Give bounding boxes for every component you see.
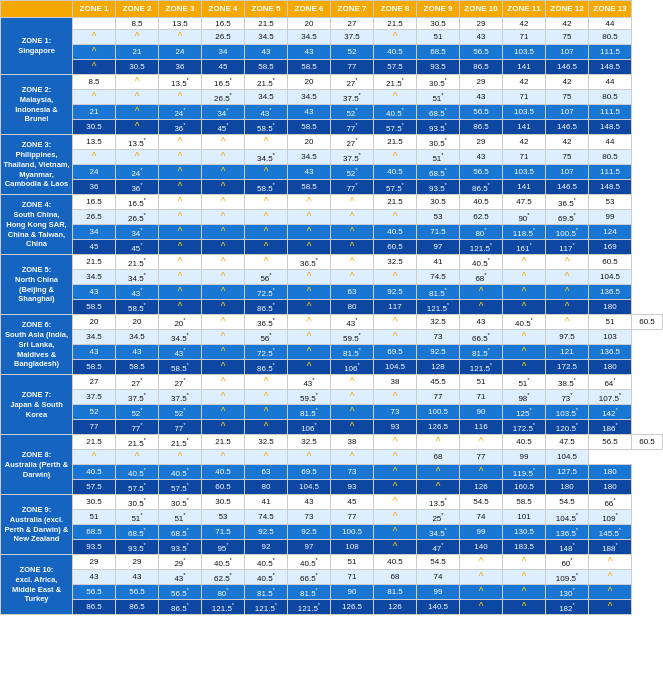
data-cell: ^ <box>374 540 417 555</box>
data-cell: 86.5 <box>460 60 503 75</box>
data-cell: ^ <box>202 315 245 330</box>
data-cell: 75 <box>546 90 589 105</box>
data-cell: 43* <box>331 315 374 330</box>
data-cell: 60.5 <box>374 240 417 255</box>
data-cell: 30.5* <box>159 495 202 510</box>
data-cell: ^ <box>159 270 202 285</box>
data-cell: ^ <box>245 255 288 270</box>
data-cell: 71 <box>460 390 503 405</box>
data-cell: 86.5 <box>116 600 159 615</box>
data-cell: 108 <box>331 540 374 555</box>
data-cell: 52 <box>331 45 374 60</box>
data-cell: 53 <box>202 510 245 525</box>
data-cell: 62.5 <box>460 210 503 225</box>
zone-label-9: ZONE 9:Australia (excl. Perth & Darwin) … <box>1 495 73 555</box>
data-cell: 40.5* <box>202 555 245 570</box>
data-cell: 32.5 <box>374 255 417 270</box>
data-cell: 27* <box>159 375 202 390</box>
data-cell: 93.5* <box>417 120 460 135</box>
data-cell: ^ <box>503 360 546 375</box>
data-cell: ^ <box>245 420 288 435</box>
data-cell: 71.5 <box>202 525 245 540</box>
data-cell: ^ <box>331 225 374 240</box>
data-cell: 148.5 <box>589 60 632 75</box>
data-cell: ^ <box>331 405 374 420</box>
data-cell: 93.5 <box>73 540 116 555</box>
zone-label-5: ZONE 5:North China (Beijing & Shanghai) <box>1 255 73 315</box>
data-cell: 180 <box>589 480 632 495</box>
data-cell: 62.5* <box>202 570 245 585</box>
data-cell: ^ <box>503 285 546 300</box>
data-cell: 64* <box>589 375 632 390</box>
data-cell: 42 <box>546 75 589 90</box>
data-cell: 101 <box>503 510 546 525</box>
data-cell: 92.5 <box>288 525 331 540</box>
data-cell: 148.5 <box>589 120 632 135</box>
zone-label-10: ZONE 10:excl. Africa, Middle East & Turk… <box>1 555 73 615</box>
data-cell: 86.5* <box>159 600 202 615</box>
data-cell: 140 <box>460 540 503 555</box>
header-zone10: ZONE 10 <box>460 1 503 18</box>
data-cell: 58.5 <box>503 495 546 510</box>
data-cell: 68.5 <box>73 525 116 540</box>
data-cell: ^ <box>503 585 546 600</box>
data-cell: 86.5* <box>460 180 503 195</box>
data-cell: 21.5* <box>116 255 159 270</box>
data-cell: 16.5* <box>202 75 245 90</box>
data-cell: 117* <box>546 240 589 255</box>
data-cell: 109.5* <box>546 570 589 585</box>
data-cell: 51 <box>73 510 116 525</box>
data-cell: 34 <box>202 45 245 60</box>
data-cell: ^ <box>288 195 331 210</box>
data-cell: 72.5* <box>245 345 288 360</box>
data-cell: 43 <box>460 30 503 45</box>
data-cell: ^ <box>331 375 374 390</box>
data-cell: 77 <box>417 390 460 405</box>
data-cell: 30.5 <box>73 495 116 510</box>
data-cell: 58.5* <box>116 300 159 315</box>
data-cell: ^ <box>116 450 159 465</box>
data-cell: 126 <box>460 480 503 495</box>
data-cell: 56.5 <box>460 165 503 180</box>
data-cell: 93 <box>374 420 417 435</box>
data-cell: 40.5* <box>374 105 417 120</box>
data-cell: 121.5* <box>417 300 460 315</box>
data-cell: 104.5 <box>546 450 589 465</box>
data-cell: 107 <box>546 165 589 180</box>
data-cell: 37.5* <box>159 390 202 405</box>
data-cell: 30.5 <box>202 495 245 510</box>
data-cell: ^ <box>202 360 245 375</box>
data-cell: 75 <box>546 150 589 165</box>
data-cell: 68.5 <box>417 45 460 60</box>
zone-label-6: ZONE 6:South Asia (India, Sri Lanka, Mal… <box>1 315 73 375</box>
data-cell: 59.5* <box>331 330 374 345</box>
data-cell: 20 <box>116 315 159 330</box>
data-cell: 40.5* <box>460 255 503 270</box>
data-cell: 43 <box>460 150 503 165</box>
zone-label-3: ZONE 3:Philippines, Thailand, Vietnam, M… <box>1 135 73 195</box>
data-cell: 40.5 <box>374 165 417 180</box>
data-cell: 43 <box>73 570 116 585</box>
data-cell: 36.5* <box>288 255 331 270</box>
data-cell: 45 <box>202 60 245 75</box>
data-cell: 182* <box>546 600 589 615</box>
data-cell: ^ <box>116 120 159 135</box>
data-cell: 42 <box>503 75 546 90</box>
data-cell: 111.5 <box>589 45 632 60</box>
data-cell: 116 <box>460 420 503 435</box>
data-cell: 34.5* <box>417 525 460 540</box>
data-cell: 77* <box>331 180 374 195</box>
data-cell: ^ <box>245 450 288 465</box>
data-cell: 21.5* <box>116 435 159 450</box>
data-cell: 148* <box>546 540 589 555</box>
data-cell: 29 <box>460 17 503 30</box>
data-cell: 21.5 <box>202 435 245 450</box>
data-cell: 34.5 <box>288 30 331 45</box>
data-cell: 99 <box>460 525 503 540</box>
data-cell: 56.5 <box>116 585 159 600</box>
data-cell: 148.5 <box>589 180 632 195</box>
data-cell: 21.5* <box>374 75 417 90</box>
data-cell: 141 <box>503 180 546 195</box>
data-cell: 86.5* <box>245 300 288 315</box>
data-cell: 29 <box>460 135 503 150</box>
